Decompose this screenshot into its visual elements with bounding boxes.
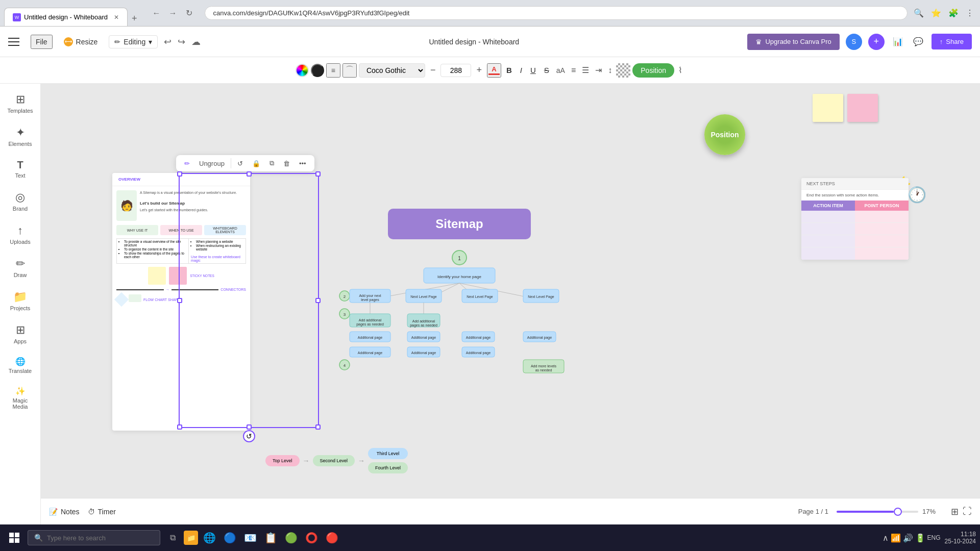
underline-button[interactable]: U — [527, 64, 539, 77]
back-button[interactable]: ← — [150, 6, 164, 20]
browser-edge-icon[interactable]: 🔵 — [220, 529, 239, 547]
more-icon[interactable]: ••• — [295, 158, 310, 169]
analytics-button[interactable]: 📊 — [891, 35, 905, 48]
sticky-note-yellow[interactable] — [813, 94, 843, 122]
sidebar-item-brand[interactable]: ◎ Brand — [2, 186, 39, 217]
sidebar-item-templates[interactable]: ⊞ Templates — [2, 88, 39, 119]
align-button[interactable]: ≡ — [569, 64, 578, 77]
transparency-button[interactable] — [616, 63, 630, 78]
redo-button[interactable]: ↪ — [178, 36, 185, 47]
fullscreen-button[interactable]: ⛶ — [963, 506, 972, 517]
fill-color-button[interactable] — [311, 64, 324, 77]
app-icon1[interactable]: 📧 — [241, 529, 259, 547]
handle-top-center[interactable] — [247, 171, 252, 177]
refresh-selection-icon[interactable]: ↺ — [233, 158, 247, 169]
new-tab-button[interactable]: + — [128, 11, 141, 26]
italic-button[interactable]: I — [517, 64, 525, 77]
app-icon4[interactable]: 🔴 — [323, 529, 341, 547]
app-icon3[interactable]: 🟢 — [282, 529, 300, 547]
notes-button[interactable]: 📝 Notes — [49, 508, 80, 516]
font-minus-button[interactable]: − — [427, 65, 439, 76]
avatar[interactable]: S — [846, 34, 862, 50]
handle-bottom-center[interactable] — [247, 424, 252, 430]
chevron-up-icon[interactable]: ∧ — [883, 533, 889, 543]
color-picker-button[interactable] — [296, 64, 309, 77]
font-selector[interactable]: Coco Gothic — [359, 63, 425, 78]
sticky-note-pink[interactable] — [847, 94, 878, 122]
handle-middle-left[interactable] — [177, 298, 182, 303]
forward-button[interactable]: → — [166, 6, 180, 20]
more-options-button[interactable]: ⌇ — [676, 63, 684, 77]
zoom-thumb[interactable] — [894, 508, 902, 516]
resize-button[interactable]: ⟷ Resize — [59, 35, 103, 48]
bold-button[interactable]: B — [503, 64, 515, 77]
sidebar-item-elements[interactable]: ✦ Elements — [2, 121, 39, 152]
file-manager-icon[interactable]: 📁 — [184, 531, 198, 545]
comment-button[interactable]: 💬 — [911, 35, 925, 48]
cloud-save-button[interactable]: ☁ — [191, 36, 201, 47]
strikethrough-button[interactable]: S — [541, 64, 552, 77]
copy-icon[interactable]: ⧉ — [265, 157, 278, 169]
chrome-icon[interactable]: ⭕ — [302, 529, 321, 547]
zoom-track[interactable] — [837, 511, 918, 513]
grid-view-button[interactable]: ⊞ — [951, 506, 959, 517]
ungroup-button[interactable]: Ungroup — [195, 158, 229, 169]
indent-button[interactable]: ⇥ — [593, 63, 604, 77]
taskbar-clock[interactable]: 11:18 25-10-2024 — [945, 531, 976, 545]
sidebar-item-text[interactable]: T Text — [2, 154, 39, 184]
curve-button[interactable]: ⌒ — [342, 63, 357, 78]
share-button[interactable]: ↑ Share — [932, 34, 972, 49]
text-color-button[interactable]: A — [487, 63, 501, 78]
address-bar[interactable]: canva.com/design/DAGUfKw1QR4/AswV6jpgP3R… — [205, 6, 908, 20]
sidebar-item-translate[interactable]: 🌐 Translate — [2, 352, 39, 379]
battery-icon[interactable]: 🔋 — [915, 533, 925, 543]
overview-tab[interactable]: OVERVIEW — [118, 177, 140, 182]
handle-top-right[interactable] — [315, 171, 321, 177]
bullet-list-button[interactable]: ☰ — [580, 63, 591, 77]
rotate-handle[interactable]: ↺ — [243, 430, 255, 442]
position-overlay-button[interactable]: Position — [704, 114, 745, 155]
sidebar-item-apps[interactable]: ⊞ Apps — [2, 318, 39, 349]
active-tab[interactable]: W Untitled design - Whiteboard ✕ — [4, 8, 128, 26]
spacing-button[interactable]: ↕ — [606, 64, 614, 77]
handle-top-left[interactable] — [177, 171, 182, 177]
position-button[interactable]: Position — [632, 63, 674, 78]
lock-icon[interactable]: 🔒 — [248, 158, 264, 169]
browser-icon1[interactable]: 🌐 — [200, 529, 218, 547]
volume-icon[interactable]: 🔊 — [903, 533, 913, 543]
network-icon[interactable]: 📶 — [891, 533, 901, 543]
timer-button[interactable]: ⏱ Timer — [88, 508, 116, 516]
handle-bottom-right[interactable] — [315, 424, 321, 430]
refresh-button[interactable]: ↻ — [182, 6, 197, 20]
sidebar-item-uploads[interactable]: ↑ Uploads — [2, 219, 39, 250]
undo-button[interactable]: ↩ — [164, 36, 172, 47]
task-view-icon[interactable]: ⧉ — [163, 529, 182, 547]
plus-button[interactable]: + — [868, 34, 885, 50]
why-use-it-tab[interactable]: WHY USE IT — [116, 225, 158, 235]
handle-middle-right[interactable] — [315, 298, 321, 303]
font-plus-button[interactable]: + — [473, 65, 485, 76]
extensions-icon[interactable]: 🧩 — [946, 6, 961, 20]
more-browser-icon[interactable]: ⋮ — [964, 6, 976, 20]
delete-icon[interactable]: 🗑 — [279, 158, 294, 169]
hamburger-menu[interactable] — [8, 34, 24, 50]
app-icon2[interactable]: 📋 — [261, 529, 280, 547]
close-tab-icon[interactable]: ✕ — [114, 14, 119, 21]
handle-bottom-left[interactable] — [177, 424, 182, 430]
editing-button[interactable]: ✏ Editing ▾ — [109, 35, 158, 48]
selection-box[interactable]: ↺ — [179, 173, 319, 428]
sidebar-item-draw[interactable]: ✏ Draw — [2, 252, 39, 283]
taskbar-search-box[interactable]: 🔍 — [28, 530, 160, 545]
bookmark-icon[interactable]: ⭐ — [929, 6, 943, 20]
sidebar-item-projects[interactable]: 📁 Projects — [2, 285, 39, 316]
line-style-button[interactable]: ≡ — [326, 63, 340, 78]
sidebar-item-magic-media[interactable]: ✨ Magic Media — [2, 381, 39, 415]
file-button[interactable]: File — [31, 35, 53, 49]
edit-icon[interactable]: ✏ — [180, 158, 194, 169]
text-case-button[interactable]: aA — [554, 64, 567, 77]
font-size-input[interactable] — [440, 64, 471, 77]
zoom-icon[interactable]: 🔍 — [912, 6, 926, 20]
upgrade-button[interactable]: ♛ Upgrade to Canva Pro — [747, 34, 839, 50]
start-button[interactable] — [4, 528, 24, 548]
taskbar-search-input[interactable] — [47, 534, 139, 542]
